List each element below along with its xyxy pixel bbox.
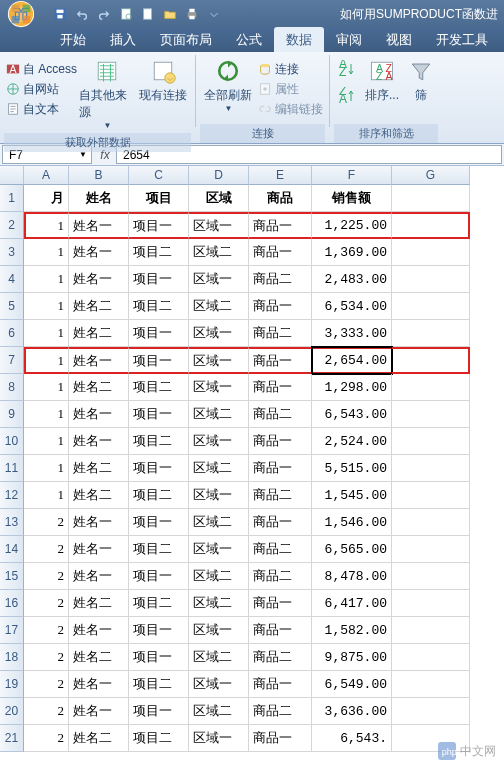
cell[interactable]: 姓名二 — [69, 590, 129, 617]
cell[interactable] — [392, 563, 470, 590]
cell[interactable]: 2 — [24, 536, 69, 563]
tab-审阅[interactable]: 审阅 — [324, 27, 374, 52]
header-cell[interactable]: 月 — [24, 185, 69, 212]
cell[interactable]: 2,483.00 — [312, 266, 392, 293]
tab-数据[interactable]: 数据 — [274, 27, 324, 52]
cell[interactable]: 商品二 — [249, 563, 312, 590]
cell[interactable]: 姓名二 — [69, 482, 129, 509]
cell[interactable]: 商品一 — [249, 374, 312, 401]
cell[interactable]: 1 — [24, 266, 69, 293]
cell[interactable] — [392, 536, 470, 563]
save-icon[interactable] — [50, 4, 70, 24]
row-header[interactable]: 8 — [0, 374, 24, 401]
cell[interactable] — [392, 617, 470, 644]
cell[interactable]: 项目二 — [129, 374, 189, 401]
cell[interactable] — [392, 482, 470, 509]
cell[interactable]: 项目二 — [129, 239, 189, 266]
cell[interactable]: 2,524.00 — [312, 428, 392, 455]
cell[interactable]: 区域二 — [189, 401, 249, 428]
cell[interactable]: 1 — [24, 212, 69, 239]
qat-more-icon[interactable] — [204, 4, 224, 24]
row-header[interactable]: 9 — [0, 401, 24, 428]
cell[interactable]: 项目二 — [129, 536, 189, 563]
cell[interactable]: 项目一 — [129, 455, 189, 482]
row-header[interactable]: 14 — [0, 536, 24, 563]
cell[interactable]: 区域一 — [189, 347, 249, 374]
cell[interactable]: 2 — [24, 698, 69, 725]
tab-插入[interactable]: 插入 — [98, 27, 148, 52]
header-cell[interactable]: 商品 — [249, 185, 312, 212]
cell[interactable]: 1 — [24, 401, 69, 428]
cell[interactable]: 姓名一 — [69, 239, 129, 266]
cell[interactable]: 1,298.00 — [312, 374, 392, 401]
tab-开始[interactable]: 开始 — [48, 27, 98, 52]
cell[interactable]: 商品二 — [249, 536, 312, 563]
cell[interactable] — [392, 455, 470, 482]
sort-asc-icon[interactable]: AZ — [337, 60, 357, 81]
row-header[interactable]: 12 — [0, 482, 24, 509]
header-cell[interactable]: 项目 — [129, 185, 189, 212]
cell[interactable]: 商品一 — [249, 617, 312, 644]
cell[interactable] — [392, 509, 470, 536]
cell[interactable] — [392, 293, 470, 320]
cell[interactable]: 区域一 — [189, 374, 249, 401]
cell[interactable]: 1 — [24, 374, 69, 401]
cell[interactable]: 1 — [24, 320, 69, 347]
row-header[interactable]: 21 — [0, 725, 24, 752]
from-other-sources-button[interactable]: 自其他来源▼ — [79, 54, 135, 133]
cell[interactable]: 姓名一 — [69, 617, 129, 644]
row-header[interactable]: 3 — [0, 239, 24, 266]
cell[interactable]: 商品一 — [249, 455, 312, 482]
cell[interactable]: 区域一 — [189, 671, 249, 698]
cell[interactable]: 商品一 — [249, 428, 312, 455]
spreadsheet-grid[interactable]: ABCDEFG1月姓名项目区域商品销售额21姓名一项目一区域一商品一1,225.… — [0, 166, 504, 752]
cell[interactable]: 姓名二 — [69, 293, 129, 320]
connections-button[interactable]: 连接 — [256, 60, 325, 79]
tab-视图[interactable]: 视图 — [374, 27, 424, 52]
cell[interactable]: 项目一 — [129, 509, 189, 536]
cell[interactable]: 项目二 — [129, 482, 189, 509]
cell[interactable]: 商品一 — [249, 590, 312, 617]
cell[interactable]: 项目二 — [129, 428, 189, 455]
cell[interactable]: 商品一 — [249, 347, 312, 374]
cell[interactable]: 2 — [24, 671, 69, 698]
cell[interactable]: 区域一 — [189, 536, 249, 563]
cell[interactable] — [392, 401, 470, 428]
cell[interactable]: 商品二 — [249, 320, 312, 347]
cell[interactable]: 2 — [24, 590, 69, 617]
cell[interactable]: 1,369.00 — [312, 239, 392, 266]
cell[interactable]: 商品二 — [249, 482, 312, 509]
cell[interactable]: 项目一 — [129, 644, 189, 671]
cell[interactable]: 商品二 — [249, 401, 312, 428]
cell[interactable]: 项目二 — [129, 293, 189, 320]
cell[interactable]: 1 — [24, 428, 69, 455]
cell[interactable]: 商品一 — [249, 239, 312, 266]
cell[interactable]: 区域二 — [189, 563, 249, 590]
new-icon[interactable] — [138, 4, 158, 24]
row-header[interactable]: 7 — [0, 347, 24, 374]
col-header[interactable]: C — [129, 166, 189, 185]
edit-links-button[interactable]: 编辑链接 — [256, 100, 325, 119]
cell[interactable]: 姓名二 — [69, 455, 129, 482]
cell[interactable]: 项目一 — [129, 563, 189, 590]
sort-desc-icon[interactable]: ZA — [337, 87, 357, 108]
cell[interactable]: 项目一 — [129, 212, 189, 239]
cell[interactable]: 商品二 — [249, 644, 312, 671]
office-button[interactable] — [0, 0, 46, 28]
cell[interactable]: 6,565.00 — [312, 536, 392, 563]
cell[interactable]: 姓名二 — [69, 644, 129, 671]
cell[interactable]: 1 — [24, 239, 69, 266]
cell[interactable]: 姓名一 — [69, 428, 129, 455]
cell[interactable]: 商品二 — [249, 698, 312, 725]
cell[interactable] — [392, 239, 470, 266]
col-header[interactable] — [0, 166, 24, 185]
row-header[interactable]: 19 — [0, 671, 24, 698]
cell[interactable]: 3,636.00 — [312, 698, 392, 725]
cell[interactable]: 2 — [24, 725, 69, 752]
refresh-all-button[interactable]: 全部刷新▼ — [200, 54, 256, 116]
row-header[interactable]: 6 — [0, 320, 24, 347]
cell[interactable]: 商品一 — [249, 293, 312, 320]
cell[interactable]: 区域一 — [189, 320, 249, 347]
cell[interactable] — [392, 671, 470, 698]
cell[interactable]: 6,549.00 — [312, 671, 392, 698]
